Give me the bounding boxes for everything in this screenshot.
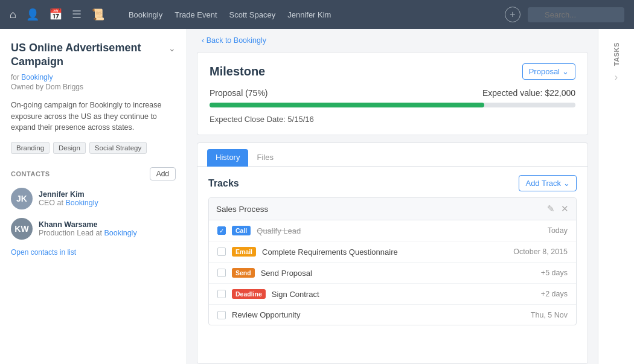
- expected-value: Expected value: $22,000: [482, 88, 575, 98]
- milestone-header: Milestone Proposal ⌄: [210, 63, 575, 80]
- contact-khann: KW Khann Warsame Production Lead at Book…: [11, 218, 176, 240]
- checkbox-send-proposal[interactable]: [217, 269, 226, 277]
- main-layout: US Online Advertisement Campaign ⌄ for B…: [0, 29, 634, 364]
- proposal-stage-arrow: ⌄: [562, 67, 569, 76]
- left-sidebar: US Online Advertisement Campaign ⌄ for B…: [0, 29, 187, 364]
- track-item-qualify-lead: ✓ Call Qualify Lead Today: [209, 220, 576, 241]
- contact-info-khann: Khann Warsame Production Lead at Booking…: [39, 220, 137, 237]
- contacts-label: CONTACTS: [11, 170, 50, 177]
- contact-info-jennifer: Jennifer Kim CEO at Bookingly: [39, 190, 98, 207]
- sidebar-title-row: US Online Advertisement Campaign ⌄: [11, 41, 176, 69]
- add-track-arrow: ⌄: [563, 179, 570, 188]
- track-panel: History Files Tracks Add Track ⌄ Sales P…: [197, 142, 588, 364]
- milestone-card: Milestone Proposal ⌄ Proposal (75%) Expe…: [197, 52, 588, 135]
- milestone-pct-label: Proposal (75%): [210, 88, 268, 98]
- close-date: Expected Close Date: 5/15/16: [210, 115, 575, 124]
- tasks-sidebar: TASKS ›: [598, 29, 634, 364]
- open-contacts-link[interactable]: Open contacts in list: [11, 248, 176, 257]
- contacts-section: CONTACTS Add JK Jennifer Kim CEO at Book…: [11, 167, 176, 257]
- nav-add-button[interactable]: +: [505, 7, 520, 22]
- nav-link-bookingly[interactable]: Bookingly: [129, 10, 162, 19]
- checkbox-sign-contract[interactable]: [217, 290, 226, 298]
- chart-icon[interactable]: ☰: [72, 8, 82, 21]
- tab-files[interactable]: Files: [248, 149, 281, 167]
- nav-links: Bookingly Trade Event Scott Spacey Jenni…: [129, 10, 493, 19]
- tag-row: Branding Design Social Strategy: [11, 142, 176, 154]
- add-track-label: Add Track: [525, 179, 561, 188]
- checkbox-review-opportunity[interactable]: [217, 311, 226, 319]
- contact-company-khann[interactable]: Bookingly: [104, 229, 136, 237]
- add-contact-button[interactable]: Add: [150, 167, 176, 180]
- back-link[interactable]: ‹ Back to Bookingly: [187, 29, 598, 52]
- nav-link-jennifer-kim[interactable]: Jennifer Kim: [287, 10, 331, 19]
- tag-design[interactable]: Design: [53, 142, 86, 154]
- track-date-sign-contract: +2 days: [541, 290, 568, 298]
- checkbox-qualify-lead[interactable]: ✓: [217, 226, 226, 235]
- tracks-header: Tracks Add Track ⌄: [197, 167, 588, 197]
- project-title: US Online Advertisement Campaign: [11, 41, 168, 69]
- nav-link-scott-spacey[interactable]: Scott Spacey: [229, 10, 276, 19]
- contacts-header: CONTACTS Add: [11, 167, 176, 180]
- badge-send-proposal: Send: [232, 268, 255, 278]
- tab-bar: History Files: [197, 143, 588, 167]
- nav-icon-group: ⌂ 👤 📅 ☰ 📜: [10, 8, 104, 21]
- tag-branding[interactable]: Branding: [11, 142, 50, 154]
- briefcase-icon[interactable]: 📜: [91, 8, 104, 21]
- track-date-qualify-lead: Today: [548, 226, 568, 235]
- sales-track-name: Sales Process: [216, 205, 268, 214]
- avatar-khann: KW: [11, 218, 33, 240]
- progress-bar-fill: [210, 103, 484, 107]
- track-date-review-opportunity: Thu, 5 Nov: [531, 311, 568, 319]
- project-description: On-going campaign for Bookingly to incre…: [11, 100, 176, 133]
- nav-link-trade-event[interactable]: Trade Event: [175, 10, 217, 19]
- add-track-button[interactable]: Add Track ⌄: [519, 175, 577, 191]
- search-input[interactable]: [528, 7, 624, 22]
- track-item-review-opportunity: Review Opportunity Thu, 5 Nov: [209, 305, 576, 325]
- contact-role-jennifer: CEO at Bookingly: [39, 199, 98, 207]
- badge-deadline-sign: Deadline: [232, 289, 266, 299]
- contact-company-jennifer[interactable]: Bookingly: [65, 199, 98, 207]
- contact-jennifer: JK Jennifer Kim CEO at Bookingly: [11, 188, 176, 209]
- track-label-review-opportunity: Review Opportunity: [232, 310, 525, 319]
- right-panel: ‹ Back to Bookingly Milestone Proposal ⌄…: [187, 29, 598, 364]
- top-navigation: ⌂ 👤 📅 ☰ 📜 Bookingly Trade Event Scott Sp…: [0, 0, 634, 29]
- sales-track-header: Sales Process ✎ ✕: [209, 198, 576, 220]
- tasks-label: TASKS: [613, 42, 620, 66]
- search-wrapper: 🔍: [528, 7, 624, 22]
- sidebar-for: for Bookingly: [11, 73, 176, 81]
- proposal-stage-button[interactable]: Proposal ⌄: [522, 63, 575, 80]
- track-actions: ✎ ✕: [547, 203, 569, 214]
- progress-bar-background: [210, 103, 575, 107]
- milestone-progress-row: Proposal (75%) Expected value: $22,000: [210, 88, 575, 98]
- nav-right: + 🔍: [505, 7, 624, 22]
- avatar-jennifer: JK: [11, 188, 33, 209]
- milestone-title: Milestone: [210, 65, 265, 78]
- track-label-send-proposal: Send Proposal: [261, 269, 535, 278]
- owned-by: Owned by Dom Briggs: [11, 83, 176, 91]
- contact-name-khann: Khann Warsame: [39, 220, 137, 229]
- company-link[interactable]: Bookingly: [21, 73, 53, 81]
- proposal-stage-label: Proposal: [529, 67, 560, 76]
- badge-call-qualify: Call: [232, 226, 251, 235]
- track-label-requirements: Complete Requirements Questionnaire: [262, 247, 507, 257]
- tasks-expand-icon[interactable]: ›: [615, 72, 618, 83]
- badge-email-requirements: Email: [232, 247, 256, 257]
- contact-role-khann: Production Lead at Bookingly: [39, 229, 137, 237]
- tracks-title: Tracks: [208, 178, 239, 189]
- track-item-send-proposal: Send Send Proposal +5 days: [209, 263, 576, 284]
- edit-track-icon[interactable]: ✎: [547, 203, 555, 214]
- close-track-icon[interactable]: ✕: [561, 203, 569, 214]
- contact-name-jennifer: Jennifer Kim: [39, 190, 98, 199]
- tag-social-strategy[interactable]: Social Strategy: [89, 142, 147, 154]
- track-item-sign-contract: Deadline Sign Contract +2 days: [209, 284, 576, 305]
- tab-history[interactable]: History: [207, 149, 248, 167]
- home-icon[interactable]: ⌂: [10, 8, 16, 21]
- person-icon[interactable]: 👤: [26, 8, 39, 21]
- track-label-sign-contract: Sign Contract: [272, 290, 535, 299]
- track-item-requirements: Email Complete Requirements Questionnair…: [209, 241, 576, 263]
- track-label-qualify-lead: Qualify Lead: [257, 226, 541, 235]
- title-dropdown-arrow[interactable]: ⌄: [168, 43, 176, 53]
- for-label: for: [11, 73, 19, 81]
- checkbox-requirements[interactable]: [217, 247, 226, 256]
- calendar-icon[interactable]: 📅: [49, 8, 62, 21]
